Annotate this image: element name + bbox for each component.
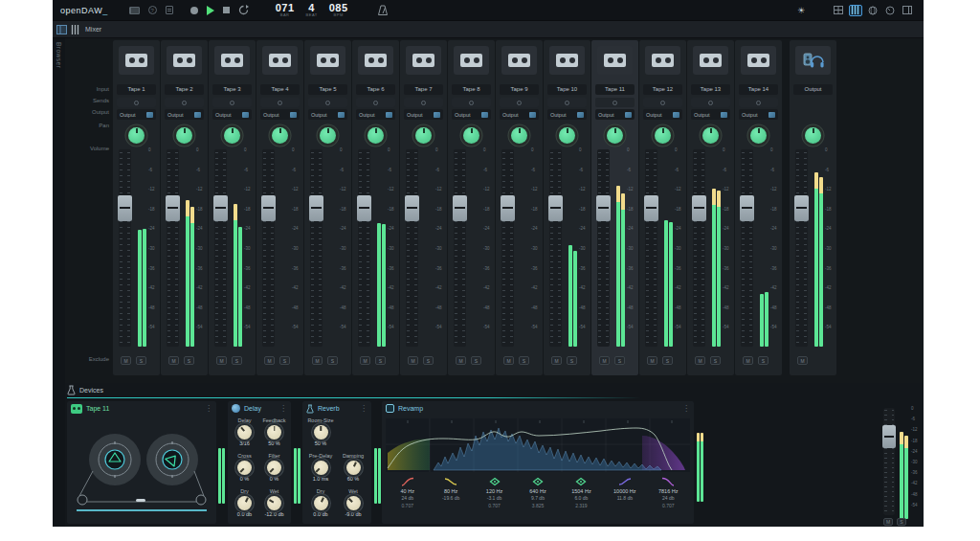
pan-knob[interactable] bbox=[805, 127, 821, 144]
play-button[interactable] bbox=[207, 6, 214, 15]
channel-strip-tape-1[interactable]: Tape 1 Output 0-6-12-18-24-30-36-42-48-5… bbox=[113, 40, 160, 375]
sends-slot[interactable] bbox=[165, 98, 204, 107]
parameter-knob[interactable] bbox=[314, 496, 328, 510]
workspace-panels-icon[interactable] bbox=[56, 21, 67, 38]
channel-name[interactable]: Tape 8 bbox=[452, 84, 491, 95]
channel-type-icon[interactable] bbox=[310, 46, 345, 75]
solo-button[interactable]: S bbox=[662, 356, 673, 365]
device-menu-icon[interactable]: ⋮ bbox=[682, 405, 690, 413]
fader-track[interactable] bbox=[310, 149, 323, 347]
output-routing-select[interactable]: Output bbox=[308, 109, 347, 120]
sends-slot[interactable] bbox=[404, 98, 443, 107]
fader-track[interactable] bbox=[214, 149, 227, 347]
eq-band-frequency[interactable]: 10000 Hz bbox=[613, 488, 636, 494]
eq-band-frequency[interactable]: 7816 Hz bbox=[658, 488, 679, 494]
output-routing-select[interactable]: Output bbox=[117, 109, 156, 120]
piano-icon[interactable] bbox=[129, 7, 140, 14]
output-routing-select[interactable]: Output bbox=[595, 109, 635, 120]
sends-slot[interactable] bbox=[212, 98, 252, 107]
solo-button[interactable]: S bbox=[375, 356, 386, 365]
pan-knob[interactable] bbox=[415, 127, 432, 144]
fader-handle[interactable] bbox=[309, 195, 323, 221]
channel-name[interactable]: Tape 3 bbox=[212, 84, 252, 95]
eq-band-gain[interactable]: -3.1 db bbox=[487, 495, 502, 501]
eq-band-gain[interactable]: 6.0 db bbox=[574, 495, 588, 501]
channel-type-icon[interactable] bbox=[358, 46, 393, 75]
eq-band-frequency[interactable]: 640 Hz bbox=[529, 488, 546, 494]
clipboard-icon[interactable] bbox=[166, 6, 173, 14]
eq-band-q[interactable]: 0.707 bbox=[488, 503, 501, 508]
knob-icon[interactable] bbox=[883, 5, 897, 16]
output-routing-select[interactable]: Output bbox=[452, 109, 491, 120]
stop-button[interactable] bbox=[223, 7, 230, 13]
output-routing-select[interactable]: Output bbox=[404, 109, 443, 120]
eq-band-q[interactable]: 0.707 bbox=[401, 503, 413, 508]
eq-band-frequency[interactable]: 80 Hz bbox=[444, 488, 457, 494]
pan-knob[interactable] bbox=[750, 127, 767, 144]
fader-track[interactable] bbox=[167, 149, 179, 347]
eq-band-1504Hz[interactable]: 1504 Hz 6.0 db 2.319 bbox=[560, 477, 603, 508]
output-routing-select[interactable]: Output bbox=[165, 109, 204, 120]
channel-type-icon[interactable] bbox=[741, 46, 776, 75]
eq-band-frequency[interactable]: 1504 Hz bbox=[571, 488, 591, 494]
parameter-knob[interactable] bbox=[346, 461, 361, 475]
mute-button[interactable]: M bbox=[360, 356, 370, 365]
device-menu-icon[interactable]: ⋮ bbox=[279, 405, 287, 413]
channel-strip-tape-13[interactable]: Tape 13 Output 0-6-12-18-24-30-36-42-48-… bbox=[687, 40, 734, 375]
pan-knob[interactable] bbox=[224, 127, 240, 144]
eq-band-10000Hz[interactable]: 10000 Hz 11.8 db bbox=[603, 477, 646, 508]
channel-name[interactable]: Tape 6 bbox=[356, 84, 395, 95]
sends-slot[interactable] bbox=[308, 98, 347, 107]
eq-band-gain[interactable]: 24 db bbox=[662, 495, 675, 501]
fader-handle[interactable] bbox=[740, 195, 754, 221]
fader-handle[interactable] bbox=[882, 425, 896, 448]
fader-handle[interactable] bbox=[261, 195, 276, 221]
mute-button[interactable]: M bbox=[599, 356, 610, 365]
pan-knob[interactable] bbox=[176, 127, 192, 144]
parameter-knob[interactable] bbox=[267, 496, 281, 510]
bar-value[interactable]: 071 bbox=[276, 3, 295, 12]
channel-strip-tape-14[interactable]: Tape 14 Output 0-6-12-18-24-30-36-42-48-… bbox=[735, 40, 782, 375]
channel-name[interactable]: Tape 2 bbox=[165, 84, 204, 95]
fader-handle[interactable] bbox=[357, 195, 371, 221]
fader-handle[interactable] bbox=[794, 195, 809, 221]
parameter-knob[interactable] bbox=[267, 461, 281, 475]
fader-handle[interactable] bbox=[213, 195, 228, 221]
fader-track[interactable] bbox=[693, 149, 705, 347]
parameter-knob[interactable] bbox=[267, 425, 281, 440]
channel-type-icon[interactable] bbox=[501, 46, 537, 75]
output-routing-select[interactable]: Output bbox=[260, 109, 300, 120]
eq-band-q[interactable]: 0.707 bbox=[662, 503, 675, 508]
fader-handle[interactable] bbox=[405, 195, 419, 221]
delay-device-name[interactable]: Delay bbox=[244, 405, 276, 412]
fader-track[interactable] bbox=[119, 149, 131, 347]
fader-track[interactable] bbox=[262, 149, 275, 347]
channel-strip-tape-4[interactable]: Tape 4 Output 0-6-12-18-24-30-36-42-48-5… bbox=[256, 40, 303, 375]
solo-button[interactable]: S bbox=[327, 356, 338, 365]
mute-button[interactable]: M bbox=[551, 356, 562, 365]
browser-sidebar[interactable]: Browser bbox=[53, 38, 65, 527]
pan-knob[interactable] bbox=[128, 127, 145, 144]
mute-button[interactable]: M bbox=[216, 356, 227, 365]
sphere-icon[interactable] bbox=[866, 5, 880, 16]
channel-type-icon[interactable] bbox=[693, 46, 728, 75]
output-routing-select[interactable]: Output bbox=[643, 109, 682, 120]
channel-strip-tape-9[interactable]: Tape 9 Output 0-6-12-18-24-30-36-42-48-5… bbox=[496, 40, 543, 375]
fader-track[interactable] bbox=[358, 149, 370, 347]
pan-knob[interactable] bbox=[607, 127, 623, 144]
channel-name[interactable]: Tape 12 bbox=[643, 84, 682, 95]
solo-button[interactable]: S bbox=[232, 356, 242, 365]
fader-handle[interactable] bbox=[692, 195, 706, 221]
eq-band-frequency[interactable]: 40 Hz bbox=[401, 488, 414, 494]
solo-button[interactable]: S bbox=[136, 356, 146, 365]
channel-strip-tape-5[interactable]: Tape 5 Output 0-6-12-18-24-30-36-42-48-5… bbox=[304, 40, 351, 375]
solo-button[interactable]: S bbox=[519, 356, 529, 365]
channel-type-icon[interactable] bbox=[214, 46, 250, 75]
fader-handle[interactable] bbox=[453, 195, 467, 221]
parameter-knob[interactable] bbox=[314, 461, 328, 475]
output-routing-select[interactable]: Output bbox=[691, 109, 730, 120]
solo-button[interactable]: S bbox=[897, 518, 906, 526]
channel-type-icon[interactable] bbox=[167, 46, 202, 75]
parameter-knob[interactable] bbox=[237, 496, 252, 510]
channel-strip-tape-7[interactable]: Tape 7 Output 0-6-12-18-24-30-36-42-48-5… bbox=[400, 40, 447, 375]
